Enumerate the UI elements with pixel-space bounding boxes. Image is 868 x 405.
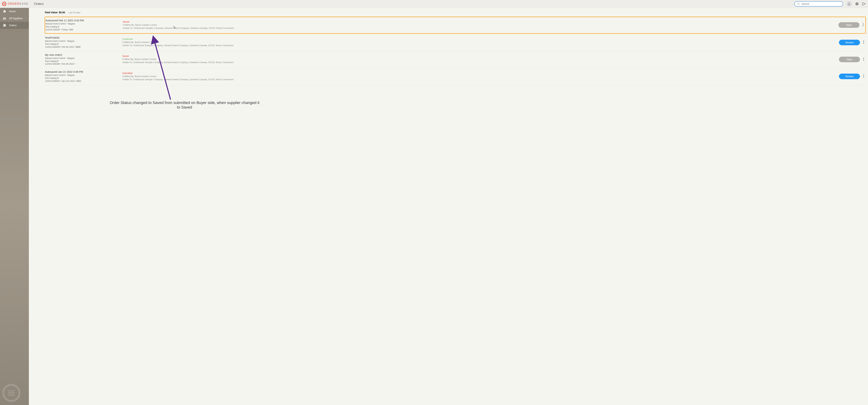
settings-button[interactable] [855,2,859,6]
order-fulfilled-by: Fulfilled By: Barrie Garden Centre [122,58,837,61]
svg-point-12 [863,58,864,58]
annotation-arrow [108,35,179,105]
order-right: Review [839,40,865,45]
order-status: Submitted [122,72,837,74]
logout-button[interactable] [862,2,866,6]
total-value: Total Value: $0.00 [44,11,65,14]
search-box[interactable] [794,1,843,6]
total-amount: $0.00 [59,11,65,14]
kebab-icon [863,40,864,44]
svg-point-6 [863,23,864,24]
open-button[interactable]: Open [838,22,860,28]
home-icon [3,10,6,13]
svg-rect-3 [8,390,15,392]
main-content: Total Value: $0.00 Last 30 days Autosave… [29,8,868,405]
logo-icon [2,2,6,6]
svg-point-10 [863,42,864,42]
order-line: 122514-000297 • Today • $56 [45,28,121,31]
sidebar-item-label: Orders [9,24,17,27]
sidebar-item-orders[interactable]: Orders [0,22,29,29]
svg-point-7 [863,24,864,25]
date-range: Last 30 days [68,11,80,14]
cursor-icon [174,26,176,30]
order-row[interactable]: Autosaved Feb 11 2022 3:43 PMNatural Ins… [44,16,866,34]
order-left: Autosaved Feb 11 2022 3:43 PMNatural Ins… [45,19,121,31]
order-status: Confirmed [122,38,837,40]
order-title: Autosaved Feb 11 2022 3:43 PM [45,19,121,22]
sidebar-item-home[interactable]: Home [0,8,29,15]
order-fulfilled-by: Fulfilled By: Barrie Garden Centre [123,24,836,27]
total-label: Total Value: [44,11,59,14]
brand-logo: ORDEREASE [2,2,28,6]
order-mid: SubmittedFulfilled By: Barrie Garden Cen… [122,72,837,81]
avatar[interactable] [846,1,852,7]
order-catalog: Test Catalog B [45,25,121,28]
kebab-menu[interactable] [862,57,865,62]
kebab-icon [863,57,864,61]
kebab-icon [863,23,864,26]
annotation-text: Order Status changed to Saved from submi… [107,101,261,110]
order-status: Saved [123,21,836,23]
search-input[interactable] [802,2,840,5]
summary-row: Total Value: $0.00 Last 30 days [44,11,866,14]
review-button[interactable]: Review [839,40,860,45]
logo-word-ease: EASE [20,2,29,5]
page-title: Orders [34,2,43,6]
sidebar-watermark [2,383,21,403]
order-right: Open [839,57,865,62]
gear-icon [855,2,859,6]
sidebar-item-label: Home [9,10,16,13]
kebab-menu[interactable] [862,22,864,28]
open-button[interactable]: Open [839,57,860,62]
svg-point-13 [863,59,864,60]
svg-rect-5 [8,395,15,396]
order-status: Saved [122,55,837,57]
kebab-menu[interactable] [862,40,865,45]
sidebar-item-all-suppliers[interactable]: All Suppliers [0,15,29,22]
kebab-menu[interactable] [862,74,865,79]
logout-icon [862,2,866,6]
svg-point-14 [863,60,864,61]
svg-line-18 [154,39,170,100]
order-fulfilled-by: Fulfilled By: Barrie Garden Centre [122,41,837,44]
svg-rect-1 [4,25,5,26]
review-button[interactable]: Review [839,74,860,79]
sidebar-item-label: All Suppliers [9,17,23,20]
people-icon [3,16,6,20]
svg-point-9 [863,40,864,41]
search-icon [797,2,800,5]
order-supplier: Natural Insect Control - Niagara [45,22,121,25]
svg-point-16 [863,76,864,76]
sidebar: Home All Suppliers Orders [0,8,29,405]
order-mid: SavedFulfilled By: Barrie Garden CentreV… [123,21,836,30]
order-fulfilled-by: Fulfilled By: Barrie Garden Centre [122,75,837,78]
order-visible-to: Visible To: OrderEase Sample Company, Ge… [123,27,836,30]
svg-point-11 [863,43,864,44]
order-visible-to: Visible To: OrderEase Sample Company, Ge… [122,78,837,81]
svg-point-15 [863,74,864,75]
orders-icon [3,24,6,27]
order-right: Open [838,22,864,28]
svg-point-8 [863,26,864,26]
svg-point-17 [863,77,864,78]
order-right: Review [839,74,865,79]
order-visible-to: Visible To: OrderEase Sample Company, Ge… [122,61,837,64]
user-icon [847,2,851,6]
top-bar: ORDEREASE Orders [0,0,868,8]
order-mid: SavedFulfilled By: Barrie Garden CentreV… [122,55,837,64]
order-mid: ConfirmedFulfilled By: Barrie Garden Cen… [122,38,837,47]
svg-rect-4 [8,393,15,394]
logo-text: ORDEREASE [8,2,28,5]
logo-word-order: ORDER [8,2,20,5]
order-visible-to: Visible To: OrderEase Sample Company, Ge… [122,44,837,47]
kebab-icon [863,74,864,78]
